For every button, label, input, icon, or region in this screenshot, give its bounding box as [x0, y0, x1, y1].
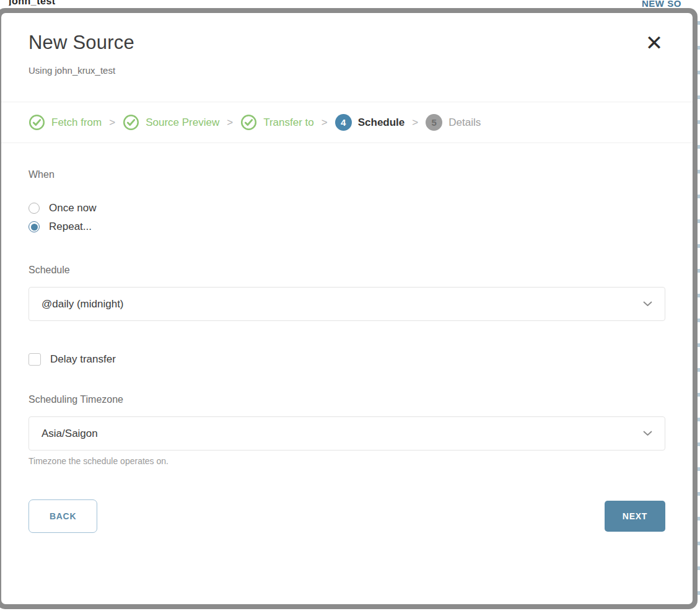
step-source-preview[interactable]: Source Preview: [123, 114, 219, 131]
wizard-stepper: Fetch from > Source Preview >: [1, 102, 693, 143]
delay-transfer-checkbox[interactable]: Delay transfer: [28, 353, 665, 366]
schedule-label: Schedule: [28, 265, 665, 276]
close-button[interactable]: ✕: [641, 29, 668, 56]
step-schedule[interactable]: 4 Schedule: [335, 114, 405, 131]
radio-once-now[interactable]: Once now: [28, 199, 665, 218]
back-button[interactable]: BACK: [28, 499, 97, 533]
chevron-separator: >: [109, 116, 115, 129]
step-label: Schedule: [358, 116, 405, 129]
schedule-form: When Once now Repeat... Schedule @daily …: [1, 143, 693, 533]
chevron-separator: >: [412, 116, 418, 129]
chevron-separator: >: [227, 116, 233, 129]
modal-backdrop: New Source ✕ Using john_krux_test Fetch …: [0, 8, 698, 609]
screenshot-canvas: john_test NEW SO New Source ✕ Using john…: [0, 0, 700, 611]
modal-subtitle: Using john_krux_test: [28, 65, 665, 76]
radio-icon: [28, 221, 40, 232]
step-transfer-to[interactable]: Transfer to: [240, 114, 314, 131]
step-number-badge: 5: [426, 114, 442, 131]
radio-label: Repeat...: [49, 221, 92, 233]
next-button[interactable]: NEXT: [605, 501, 665, 532]
modal-header: New Source ✕ Using john_krux_test: [1, 13, 693, 102]
step-details[interactable]: 5 Details: [426, 114, 481, 131]
check-circle-icon: [240, 114, 257, 131]
step-label: Details: [448, 116, 481, 129]
timezone-select-value: Asia/Saigon: [42, 428, 643, 440]
step-fetch-from[interactable]: Fetch from: [28, 114, 102, 131]
check-circle-icon: [28, 114, 45, 131]
timezone-help-text: Timezone the schedule operates on.: [28, 456, 665, 466]
step-label: Transfer to: [263, 116, 314, 129]
check-circle-icon: [123, 114, 139, 131]
schedule-select[interactable]: @daily (midnight): [28, 287, 665, 321]
when-radio-group: Once now Repeat...: [28, 199, 665, 236]
timezone-select[interactable]: Asia/Saigon: [28, 416, 665, 451]
step-number-badge: 4: [335, 114, 352, 131]
radio-label: Once now: [49, 202, 97, 214]
new-source-modal: New Source ✕ Using john_krux_test Fetch …: [1, 13, 693, 604]
chevron-down-icon: [643, 301, 652, 307]
step-label: Source Preview: [146, 116, 219, 129]
timezone-label: Scheduling Timezone: [28, 394, 665, 405]
chevron-down-icon: [643, 431, 652, 436]
radio-icon: [28, 203, 40, 214]
checkbox-icon: [28, 353, 41, 366]
chevron-separator: >: [322, 116, 328, 129]
background-text-fragment: john_test: [9, 0, 56, 6]
modal-footer: BACK NEXT: [28, 499, 665, 533]
step-label: Fetch from: [51, 116, 102, 129]
page-title: New Source: [28, 32, 665, 54]
radio-repeat[interactable]: Repeat...: [28, 218, 665, 236]
background-text-fragment: NEW SO: [642, 0, 681, 7]
checkbox-label: Delay transfer: [50, 353, 116, 366]
schedule-select-value: @daily (midnight): [42, 298, 643, 310]
close-icon: ✕: [645, 32, 663, 53]
when-label: When: [28, 169, 665, 180]
